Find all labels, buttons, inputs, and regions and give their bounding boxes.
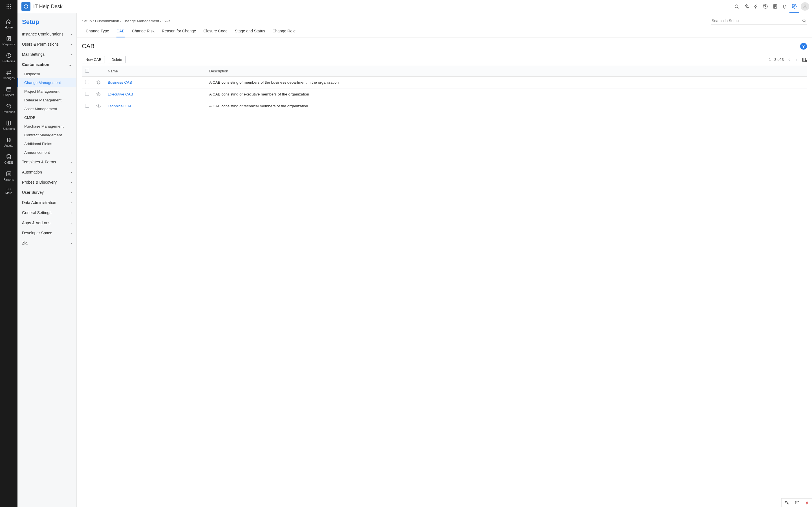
row-name-link[interactable]: Technical CAB <box>108 104 133 108</box>
requests-icon <box>6 36 11 41</box>
gear-icon <box>792 4 797 9</box>
chevron-right-icon: › <box>70 241 72 245</box>
tab[interactable]: Change Type <box>86 29 109 37</box>
sidebar-group-label: Zia <box>22 241 28 245</box>
row-description: A CAB consisting of executive members of… <box>206 89 807 100</box>
search-setup[interactable] <box>711 17 807 25</box>
rail-label: More <box>5 191 12 194</box>
row-settings-button[interactable] <box>96 80 101 84</box>
breadcrumb-item[interactable]: Change Management <box>122 19 159 23</box>
sidebar-item[interactable]: Asset Management <box>17 105 77 113</box>
rail-assets[interactable]: Assets <box>0 134 17 150</box>
sidebar-item[interactable]: Release Management <box>17 96 77 105</box>
pager-prev[interactable] <box>787 58 791 62</box>
notifications-button[interactable] <box>780 0 790 13</box>
sidebar-group[interactable]: Automation› <box>17 167 77 177</box>
apps-grid-button[interactable] <box>0 0 17 13</box>
sidebar-group[interactable]: Probes & Discovery› <box>17 177 77 187</box>
note-button[interactable] <box>770 0 780 13</box>
rail-cmdb[interactable]: CMDB <box>0 151 17 166</box>
new-cab-button[interactable]: New CAB <box>82 56 105 63</box>
sidebar-group[interactable]: Developer Space› <box>17 228 77 238</box>
sidebar-item[interactable]: Project Management <box>17 87 77 96</box>
tab[interactable]: Closure Code <box>203 29 227 37</box>
rail-solutions[interactable]: Solutions <box>0 117 17 133</box>
rail-more[interactable]: More <box>0 185 17 197</box>
rail-label: Releases <box>3 110 15 114</box>
search-input[interactable] <box>712 18 802 23</box>
sidebar-item[interactable]: Helpdesk <box>17 69 77 78</box>
row-description: A CAB consisting of members of the busin… <box>206 76 807 89</box>
sidebar-group[interactable]: Apps & Add-ons› <box>17 218 77 228</box>
row-name-link[interactable]: Executive CAB <box>108 92 133 96</box>
svg-point-19 <box>7 189 8 189</box>
row-checkbox[interactable] <box>85 80 89 84</box>
footer-feedback-button[interactable] <box>792 499 802 507</box>
chevron-right-icon: › <box>70 32 72 36</box>
sidebar-item[interactable]: Purchase Management <box>17 122 77 131</box>
sidebar-item[interactable]: Contract Management <box>17 131 77 139</box>
sidebar-group[interactable]: General Settings› <box>17 208 77 218</box>
column-settings-button[interactable] <box>802 57 807 62</box>
topbar: IT Help Desk <box>0 0 812 13</box>
tab[interactable]: Stage and Status <box>235 29 265 37</box>
row-settings-button[interactable] <box>96 92 101 96</box>
footer-beta-button[interactable]: β <box>802 499 812 507</box>
sidebar-group-label: Users & Permissions <box>22 42 59 47</box>
rail-reports[interactable]: Reports <box>0 168 17 183</box>
tab[interactable]: CAB <box>116 29 124 38</box>
sort-asc-icon: ↑ <box>119 69 121 73</box>
footer-translate-button[interactable] <box>781 499 792 507</box>
chevron-right-icon: › <box>70 52 72 57</box>
pager-next[interactable] <box>795 58 799 62</box>
tab[interactable]: Change Risk <box>132 29 154 37</box>
svg-rect-23 <box>802 58 804 61</box>
bolt-button[interactable] <box>751 0 761 13</box>
settings-button[interactable] <box>790 0 799 13</box>
select-all-checkbox[interactable] <box>85 69 89 73</box>
rail-label: Solutions <box>3 127 15 130</box>
row-name-link[interactable]: Business CAB <box>108 80 132 84</box>
tab[interactable]: Change Role <box>272 29 296 37</box>
sidebar-item[interactable]: Change Management <box>17 78 77 87</box>
row-settings-button[interactable] <box>96 104 101 108</box>
row-checkbox[interactable] <box>85 92 89 96</box>
rail-projects[interactable]: Projects <box>0 83 17 99</box>
history-button[interactable] <box>761 0 770 13</box>
brand-logo-icon <box>21 2 31 11</box>
rail-requests[interactable]: Requests <box>0 33 17 48</box>
sidebar-item[interactable]: CMDB <box>17 113 77 122</box>
rail-releases[interactable]: Releases <box>0 101 17 116</box>
sidebar-group[interactable]: User Survey› <box>17 187 77 198</box>
column-header-description[interactable]: Description <box>206 66 807 76</box>
table-row: Executive CABA CAB consisting of executi… <box>82 89 807 100</box>
column-header-name[interactable]: Name↑ <box>104 66 206 76</box>
sidebar-group[interactable]: Customization⌄ <box>17 59 77 69</box>
sidebar-group[interactable]: Mail Settings› <box>17 49 77 59</box>
delete-button[interactable]: Delete <box>108 56 126 63</box>
avatar[interactable] <box>801 2 809 11</box>
row-checkbox[interactable] <box>85 104 89 108</box>
sidebar-group[interactable]: Zia› <box>17 238 77 248</box>
sidebar-item[interactable]: Additional Fields <box>17 139 77 148</box>
help-button[interactable]: ? <box>800 43 807 50</box>
rail-label: Home <box>5 25 13 29</box>
search-button[interactable] <box>732 0 742 13</box>
page-title: CAB <box>82 43 94 50</box>
releases-icon <box>6 103 11 109</box>
star-sparkle-button[interactable] <box>742 0 751 13</box>
sidebar-group[interactable]: Users & Permissions› <box>17 39 77 49</box>
reports-icon <box>6 171 11 177</box>
breadcrumb-item[interactable]: Setup <box>82 19 92 23</box>
sidebar-group[interactable]: Templates & Forms› <box>17 157 77 167</box>
rail-changes[interactable]: Changes <box>0 67 17 82</box>
rail-problems[interactable]: Problems <box>0 50 17 65</box>
sidebar-item[interactable]: Announcement <box>17 148 77 157</box>
translate-icon <box>784 501 789 505</box>
tab[interactable]: Reason for Change <box>162 29 196 37</box>
rail-home[interactable]: Home <box>0 16 17 31</box>
rail-label: Projects <box>3 93 14 97</box>
breadcrumb-item[interactable]: Customization <box>95 19 119 23</box>
sidebar-group[interactable]: Data Administration› <box>17 198 77 208</box>
sidebar-group[interactable]: Instance Configurations› <box>17 29 77 39</box>
